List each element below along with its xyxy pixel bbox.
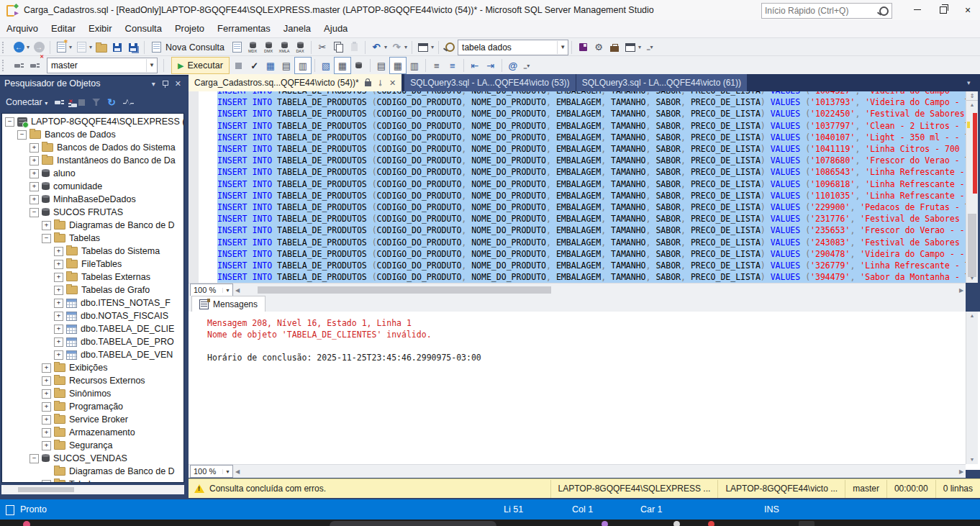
hscrollbar-thumb[interactable] bbox=[18, 487, 74, 492]
open-file-icon[interactable] bbox=[94, 40, 109, 55]
messages-panel[interactable]: Mensagem 208, Nível 16, Estado 1, Linha … bbox=[189, 312, 980, 470]
quick-launch-input[interactable] bbox=[762, 6, 879, 16]
connect-object-icon[interactable] bbox=[55, 99, 64, 105]
new-item-icon[interactable] bbox=[73, 40, 89, 55]
scroll-left-icon[interactable]: ◀ bbox=[233, 468, 242, 475]
paste-icon[interactable] bbox=[346, 40, 362, 55]
tree-expander-icon[interactable]: + bbox=[42, 376, 51, 386]
change-connection-icon[interactable]: ✕ bbox=[27, 58, 42, 73]
tree-expander-icon[interactable]: + bbox=[54, 260, 63, 269]
menu-item-ferramentas[interactable]: Ferramentas bbox=[211, 20, 277, 37]
tree-expander-icon[interactable]: + bbox=[42, 480, 51, 484]
document-tab-2[interactable]: SQLQuery3.sql - LA...QQFE44\victo (53)) bbox=[404, 74, 575, 91]
refresh-icon[interactable]: ↻ bbox=[107, 96, 116, 108]
tree-item[interactable]: +Tabelas de Grafo bbox=[2, 284, 183, 296]
taskbar-icon[interactable] bbox=[673, 521, 680, 526]
new-query-icon[interactable] bbox=[53, 40, 69, 55]
minimize-button[interactable] bbox=[905, 0, 930, 19]
messages-hscrollbar[interactable] bbox=[242, 466, 956, 476]
stop-icon[interactable] bbox=[78, 99, 85, 106]
tree-expander-icon[interactable]: − bbox=[42, 234, 51, 243]
find-icon[interactable] bbox=[442, 40, 458, 55]
save-all-icon[interactable] bbox=[125, 40, 141, 55]
tree-expander-icon[interactable]: + bbox=[54, 247, 63, 256]
tree-expander-icon[interactable]: + bbox=[54, 299, 63, 308]
taskbar-search-pill[interactable] bbox=[330, 521, 496, 526]
toolbar-overflow-icon[interactable]: ▾ bbox=[431, 44, 434, 50]
sql-editor[interactable]: INSERT INTO TABELA_DE_PRODUTOS (CODIGO_D… bbox=[189, 91, 966, 283]
tree-item[interactable]: Diagramas de Banco de D bbox=[2, 465, 183, 478]
client-statistics-icon[interactable]: ▦ bbox=[334, 57, 351, 74]
scroll-left-icon[interactable]: ◀ bbox=[233, 287, 242, 294]
results-to-text-icon[interactable]: ▤ bbox=[373, 58, 389, 73]
tree-expander-icon[interactable]: − bbox=[5, 117, 14, 127]
taskbar-icon[interactable] bbox=[799, 521, 815, 526]
tree-expander-icon[interactable]: + bbox=[54, 350, 63, 360]
editor-zoom-chevron-icon[interactable]: ▼ bbox=[222, 288, 232, 293]
tree-item[interactable]: −LAPTOP-8GQQFE44\SQLEXPRESS (S bbox=[2, 115, 183, 128]
results-to-file-icon[interactable]: ▥ bbox=[407, 58, 422, 73]
tree-expander-icon[interactable]: − bbox=[30, 454, 39, 463]
menu-item-projeto[interactable]: Projeto bbox=[168, 20, 211, 37]
editor-code-area[interactable]: INSERT INTO TABELA_DE_PRODUTOS (CODIGO_D… bbox=[199, 91, 966, 283]
tree-item[interactable]: +dbo.TABELA_DE_VEN bbox=[2, 348, 183, 361]
hscrollbar-thumb[interactable] bbox=[258, 286, 551, 294]
taskbar-icon[interactable] bbox=[602, 521, 608, 526]
close-icon[interactable]: ✕ bbox=[175, 79, 181, 89]
parse-icon[interactable]: ✓ bbox=[247, 58, 263, 73]
tree-item[interactable]: +Bancos de Dados do Sistema bbox=[2, 141, 183, 154]
tree-expander-icon[interactable]: + bbox=[42, 402, 51, 412]
menu-item-janela[interactable]: Janela bbox=[277, 20, 317, 37]
redo-icon[interactable]: ↷ bbox=[389, 40, 404, 55]
tree-item[interactable]: +Recursos Externos bbox=[2, 374, 183, 387]
scroll-up-icon[interactable]: ▲ bbox=[966, 312, 978, 320]
results-to-db-icon[interactable] bbox=[351, 58, 367, 73]
tree-item[interactable]: +FileTables bbox=[2, 258, 183, 271]
tab-mensagens[interactable]: Mensagens bbox=[191, 296, 266, 312]
tree-expander-icon[interactable]: + bbox=[30, 169, 39, 178]
tree-item[interactable]: −Tabelas bbox=[2, 232, 183, 245]
toolbar-grip[interactable] bbox=[2, 42, 8, 53]
tree-item[interactable]: +Diagramas de Banco de D bbox=[2, 219, 183, 232]
messages-zoom-combobox[interactable]: 100 % ▼ bbox=[190, 465, 233, 478]
tree-item[interactable]: +Tabelas Externas bbox=[2, 271, 183, 284]
results-to-grid-icon[interactable]: ▦ bbox=[389, 57, 407, 74]
navigate-forward-button[interactable]: → bbox=[31, 40, 47, 55]
tree-expander-icon[interactable]: + bbox=[30, 195, 39, 204]
tree-item[interactable]: +dbo.TABELA_DE_CLIE bbox=[2, 322, 183, 335]
tree-item[interactable]: +Tabelas do Sistema bbox=[2, 245, 183, 258]
tree-item[interactable]: −SUCOS_VENDAS bbox=[2, 452, 183, 465]
taskbar-icon[interactable] bbox=[708, 521, 714, 526]
new-query-dropdown-icon[interactable]: ▾ bbox=[69, 44, 72, 50]
document-tab-1[interactable]: Carga_Cadastros.sq...QQFE44\victo (54))*… bbox=[189, 74, 401, 91]
database-combobox[interactable]: master ▼ bbox=[47, 58, 158, 73]
scroll-down-icon[interactable]: ▼ bbox=[966, 274, 978, 283]
comment-lines-icon[interactable]: ≡ bbox=[429, 58, 445, 73]
tree-item[interactable]: +Armazenamento bbox=[2, 426, 183, 439]
restore-button[interactable] bbox=[931, 0, 956, 19]
output-window-icon[interactable] bbox=[622, 40, 638, 55]
decrease-indent-icon[interactable]: ⇤ bbox=[467, 58, 483, 73]
tree-item[interactable]: +Service Broker bbox=[2, 413, 183, 426]
object-explorer-header[interactable]: Pesquisador de Objetos ▾ ✕ bbox=[0, 74, 186, 93]
output-window-dropdown-icon[interactable]: ▾ bbox=[638, 44, 641, 50]
execute-button[interactable]: ▶ Executar bbox=[171, 57, 230, 74]
undo-dropdown-icon[interactable]: ▾ bbox=[384, 44, 387, 50]
tree-expander-icon[interactable]: − bbox=[17, 130, 27, 140]
tree-expander-icon[interactable]: + bbox=[42, 415, 51, 425]
splitter-handle[interactable]: ⇕ bbox=[966, 91, 978, 101]
toolbar2-options-icon[interactable]: ‗▾ bbox=[524, 63, 530, 69]
toolbar-grip[interactable] bbox=[2, 60, 8, 71]
tree-expander-icon[interactable]: + bbox=[42, 441, 51, 450]
nova-consulta-button[interactable]: Nova Consulta bbox=[148, 40, 229, 55]
navigate-back-button[interactable]: ← bbox=[11, 40, 27, 55]
messages-vscrollbar[interactable]: ▲ ▼ bbox=[966, 312, 978, 464]
tree-item[interactable]: +dbo.TABELA_DE_PRO bbox=[2, 335, 183, 348]
taskbar-icon[interactable] bbox=[23, 521, 30, 526]
copy-icon[interactable] bbox=[330, 40, 346, 55]
menu-item-consulta[interactable]: Consulta bbox=[119, 20, 168, 37]
scroll-up-icon[interactable]: ▲ bbox=[966, 101, 978, 109]
template-parameters-icon[interactable]: @ bbox=[505, 58, 521, 73]
tree-expander-icon[interactable]: + bbox=[42, 221, 51, 230]
pin-icon[interactable]: ⊸ bbox=[376, 79, 385, 86]
